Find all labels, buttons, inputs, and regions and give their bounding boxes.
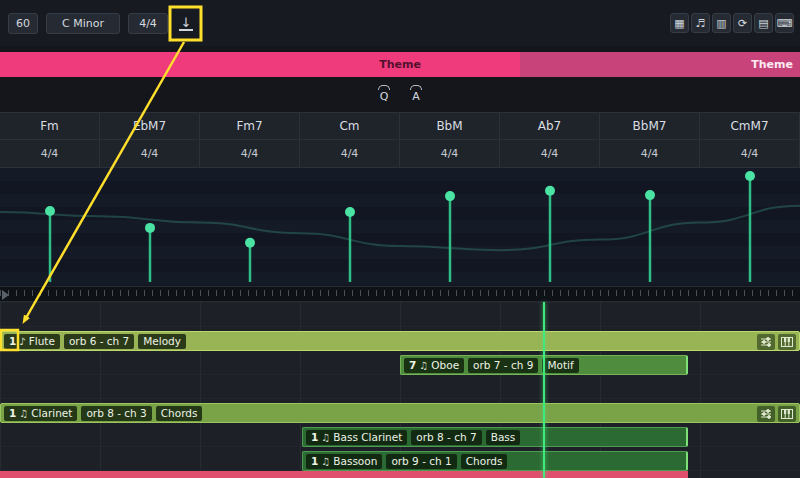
structure-row: Q A bbox=[0, 78, 800, 108]
meter-button[interactable]: 4/4 bbox=[128, 13, 168, 34]
meter-cell[interactable]: 4/4 bbox=[0, 140, 100, 167]
arranger-window: 60 C Minor 4/4 ↓ ▦ ♬ ▥ ⟳ ▤ ⌨ Theme Theme… bbox=[0, 0, 800, 478]
arc-icon bbox=[410, 85, 422, 90]
track-phrase-chip[interactable]: Chords bbox=[461, 454, 508, 469]
track-phrase-chip[interactable]: Motif bbox=[542, 358, 578, 373]
piano-button[interactable] bbox=[778, 406, 796, 422]
chord-cell[interactable]: Fm7 bbox=[200, 113, 300, 139]
track-label-chip[interactable]: 1 ♫ Bass Clarinet bbox=[306, 430, 407, 445]
meter-cell[interactable]: 4/4 bbox=[500, 140, 600, 167]
theme-label-right: Theme bbox=[751, 52, 793, 77]
piano-icon bbox=[781, 337, 793, 347]
keyboard-icon[interactable]: ⌨ bbox=[775, 13, 794, 33]
chord-cell[interactable]: BbM7 bbox=[600, 113, 700, 139]
notes-icon[interactable]: ♬ bbox=[691, 13, 710, 33]
track-label-chip[interactable]: 1 ♪ Flute bbox=[4, 334, 60, 349]
track-phrase-chip[interactable]: Bass bbox=[486, 430, 521, 445]
track-name: Oboe bbox=[431, 358, 459, 373]
track-number: 1 bbox=[9, 334, 16, 349]
dynamics-graph-canvas bbox=[0, 168, 800, 286]
cycle-icon[interactable]: ⟳ bbox=[733, 13, 752, 33]
track-flute[interactable]: 1 ♪ Flute orb 6 - ch 7 Melody bbox=[0, 331, 800, 351]
note-icon: ♪ bbox=[19, 334, 25, 349]
mixer-icon bbox=[760, 409, 772, 419]
meter-cell[interactable]: 4/4 bbox=[400, 140, 500, 167]
track-label-chip[interactable]: 1 ♫ Clarinet bbox=[4, 406, 77, 421]
arc-icon bbox=[378, 85, 390, 90]
meter-cell[interactable]: 4/4 bbox=[100, 140, 200, 167]
chord-cell[interactable]: Cm bbox=[300, 113, 400, 139]
import-button[interactable]: ↓ bbox=[174, 11, 198, 36]
track-port-chip[interactable]: orb 9 - ch 1 bbox=[386, 454, 456, 469]
track-port-chip[interactable]: orb 8 - ch 7 bbox=[411, 430, 481, 445]
track-area[interactable]: 1 ♪ Flute orb 6 - ch 7 Melody bbox=[0, 302, 800, 478]
track-name: Clarinet bbox=[31, 406, 72, 421]
lane-controls bbox=[757, 334, 796, 350]
chord-cell[interactable]: CmM7 bbox=[700, 113, 800, 139]
levels-icon[interactable]: ▥ bbox=[712, 13, 731, 33]
track-label-chip[interactable]: 1 ♫ Bassoon bbox=[306, 454, 382, 469]
note-icon: ♫ bbox=[321, 430, 330, 445]
meter-cell[interactable]: 4/4 bbox=[300, 140, 400, 167]
tempo-button[interactable]: 60 bbox=[8, 13, 38, 34]
meter-cell[interactable]: 4/4 bbox=[200, 140, 300, 167]
chord-cell[interactable]: Fm bbox=[0, 113, 100, 139]
structure-marker-q[interactable]: Q bbox=[375, 85, 393, 102]
ruler-position-marker-icon bbox=[2, 290, 9, 300]
lane-controls bbox=[757, 406, 796, 422]
piano-icon bbox=[781, 409, 793, 419]
toolbar: 60 C Minor 4/4 ↓ ▦ ♬ ▥ ⟳ ▤ ⌨ bbox=[0, 0, 800, 46]
marker-label: Q bbox=[380, 91, 389, 102]
mixer-button[interactable] bbox=[757, 334, 775, 350]
marker-label: A bbox=[412, 91, 420, 102]
note-icon: ♫ bbox=[19, 406, 28, 421]
track-port-chip[interactable]: orb 6 - ch 7 bbox=[64, 334, 134, 349]
grid-view-icon[interactable]: ▦ bbox=[670, 13, 689, 33]
meter-cell[interactable]: 4/4 bbox=[700, 140, 800, 167]
key-button[interactable]: C Minor bbox=[46, 13, 120, 34]
track-bassoon[interactable]: 1 ♫ Bassoon orb 9 - ch 1 Chords bbox=[302, 451, 688, 471]
track-label-chip[interactable]: 7 ♫ Oboe bbox=[404, 358, 464, 373]
timeline-ruler[interactable] bbox=[0, 286, 800, 302]
dynamics-graph[interactable] bbox=[0, 168, 800, 286]
track-number: 1 bbox=[311, 430, 318, 445]
track-port-chip[interactable]: orb 8 - ch 3 bbox=[81, 406, 151, 421]
note-icon: ♫ bbox=[419, 358, 428, 373]
next-section-strip[interactable] bbox=[0, 471, 688, 478]
track-name: Flute bbox=[29, 334, 55, 349]
toolbar-icon-group: ▦ ♬ ▥ ⟳ ▤ ⌨ bbox=[670, 13, 794, 33]
chord-cell[interactable]: EbM7 bbox=[100, 113, 200, 139]
track-name: Bass Clarinet bbox=[333, 430, 402, 445]
chord-row: Fm EbM7 Fm7 Cm BbM Ab7 BbM7 CmM7 bbox=[0, 112, 800, 140]
track-phrase-chip[interactable]: Melody bbox=[138, 334, 186, 349]
library-icon[interactable]: ▤ bbox=[754, 13, 773, 33]
theme-bar[interactable]: Theme Theme bbox=[0, 52, 800, 77]
track-clarinet[interactable]: 1 ♫ Clarinet orb 8 - ch 3 Chords bbox=[0, 403, 800, 423]
track-name: Bassoon bbox=[333, 454, 377, 469]
ruler-ticks bbox=[0, 290, 800, 296]
theme-label-center: Theme bbox=[0, 52, 800, 77]
chord-cell[interactable]: BbM bbox=[400, 113, 500, 139]
chord-cell[interactable]: Ab7 bbox=[500, 113, 600, 139]
mixer-icon bbox=[760, 337, 772, 347]
structure-marker-a[interactable]: A bbox=[407, 85, 425, 102]
note-icon: ♫ bbox=[321, 454, 330, 469]
piano-button[interactable] bbox=[778, 334, 796, 350]
playhead[interactable] bbox=[543, 302, 545, 478]
track-phrase-chip[interactable]: Chords bbox=[156, 406, 203, 421]
import-icon: ↓ bbox=[179, 16, 194, 31]
track-number: 1 bbox=[311, 454, 318, 469]
track-port-chip[interactable]: orb 7 - ch 9 bbox=[468, 358, 538, 373]
mixer-button[interactable] bbox=[757, 406, 775, 422]
track-number: 1 bbox=[9, 406, 16, 421]
meter-cell[interactable]: 4/4 bbox=[600, 140, 700, 167]
meter-row: 4/4 4/4 4/4 4/4 4/4 4/4 4/4 4/4 bbox=[0, 140, 800, 168]
track-bass-clarinet[interactable]: 1 ♫ Bass Clarinet orb 8 - ch 7 Bass bbox=[302, 427, 688, 447]
track-number: 7 bbox=[409, 358, 416, 373]
